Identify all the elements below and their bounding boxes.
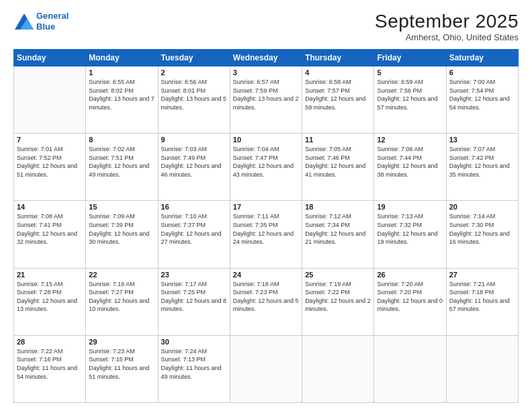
sunset-text: Sunset: 7:44 PM bbox=[377, 154, 422, 161]
month-title: September 2025 bbox=[375, 11, 519, 32]
daylight-text: Daylight: 12 hours and 57 minutes. bbox=[377, 95, 437, 111]
day-number: 6 bbox=[449, 68, 515, 77]
sunrise-text: Sunrise: 7:15 AM bbox=[17, 281, 63, 287]
day-cell-2-2: 16Sunrise: 7:10 AMSunset: 7:37 PMDayligh… bbox=[158, 201, 230, 268]
daylight-text: Daylight: 12 hours and 54 minutes. bbox=[449, 95, 510, 111]
daylight-text: Daylight: 13 hours and 5 minutes. bbox=[161, 95, 227, 111]
sunset-text: Sunset: 7:22 PM bbox=[305, 289, 350, 295]
day-number: 5 bbox=[377, 68, 443, 77]
sunrise-text: Sunrise: 7:18 AM bbox=[233, 281, 279, 287]
daylight-text: Daylight: 12 hours and 41 minutes. bbox=[305, 163, 365, 178]
day-cell-1-4: 11Sunrise: 7:05 AMSunset: 7:46 PMDayligh… bbox=[302, 134, 374, 201]
sunrise-text: Sunrise: 7:03 AM bbox=[161, 146, 208, 152]
day-info: Sunrise: 6:59 AMSunset: 7:56 PMDaylight:… bbox=[377, 78, 443, 111]
sunset-text: Sunset: 7:46 PM bbox=[305, 154, 350, 161]
day-number: 2 bbox=[161, 68, 227, 77]
day-number: 4 bbox=[305, 68, 371, 77]
col-saturday: Saturday bbox=[446, 50, 518, 66]
day-cell-0-6: 6Sunrise: 7:00 AMSunset: 7:54 PMDaylight… bbox=[446, 66, 518, 134]
day-info: Sunrise: 7:10 AMSunset: 7:37 PMDaylight:… bbox=[161, 212, 227, 246]
sunset-text: Sunset: 7:57 PM bbox=[305, 87, 350, 94]
sunset-text: Sunset: 7:16 PM bbox=[17, 356, 62, 363]
sunrise-text: Sunrise: 7:00 AM bbox=[449, 79, 496, 85]
col-tuesday: Tuesday bbox=[158, 50, 230, 66]
day-number: 3 bbox=[233, 68, 299, 77]
day-info: Sunrise: 7:15 AMSunset: 7:28 PMDaylight:… bbox=[17, 280, 83, 314]
day-info: Sunrise: 7:04 AMSunset: 7:47 PMDaylight:… bbox=[233, 145, 299, 179]
sunset-text: Sunset: 7:30 PM bbox=[449, 222, 494, 228]
day-info: Sunrise: 7:18 AMSunset: 7:23 PMDaylight:… bbox=[233, 280, 299, 314]
sunset-text: Sunset: 7:51 PM bbox=[89, 154, 134, 161]
logo-line2: Blue bbox=[36, 21, 55, 32]
daylight-text: Daylight: 12 hours and 49 minutes. bbox=[89, 163, 149, 178]
sunrise-text: Sunrise: 7:16 AM bbox=[89, 281, 135, 287]
sunrise-text: Sunrise: 6:56 AM bbox=[161, 79, 208, 85]
sunrise-text: Sunrise: 7:20 AM bbox=[377, 281, 423, 287]
day-info: Sunrise: 7:20 AMSunset: 7:20 PMDaylight:… bbox=[377, 280, 443, 314]
sunrise-text: Sunrise: 7:10 AM bbox=[161, 213, 208, 220]
day-info: Sunrise: 7:06 AMSunset: 7:44 PMDaylight:… bbox=[377, 145, 443, 179]
location: Amherst, Ohio, United States bbox=[375, 32, 519, 42]
day-info: Sunrise: 7:08 AMSunset: 7:41 PMDaylight:… bbox=[17, 212, 83, 246]
day-number: 8 bbox=[89, 136, 154, 144]
day-number: 14 bbox=[17, 203, 83, 211]
daylight-text: Daylight: 11 hours and 57 minutes. bbox=[449, 298, 510, 313]
daylight-text: Daylight: 12 hours and 19 minutes. bbox=[377, 230, 437, 246]
sunset-text: Sunset: 7:49 PM bbox=[161, 154, 206, 161]
day-info: Sunrise: 7:17 AMSunset: 7:25 PMDaylight:… bbox=[161, 280, 227, 314]
day-cell-2-4: 18Sunrise: 7:12 AMSunset: 7:34 PMDayligh… bbox=[302, 201, 374, 268]
sunrise-text: Sunrise: 7:21 AM bbox=[449, 281, 496, 287]
daylight-text: Daylight: 12 hours and 24 minutes. bbox=[233, 230, 294, 246]
sunset-text: Sunset: 7:56 PM bbox=[377, 87, 422, 94]
daylight-text: Daylight: 12 hours and 16 minutes. bbox=[449, 230, 510, 246]
sunrise-text: Sunrise: 7:01 AM bbox=[17, 146, 63, 152]
day-cell-1-0: 7Sunrise: 7:01 AMSunset: 7:52 PMDaylight… bbox=[14, 134, 86, 201]
day-info: Sunrise: 7:09 AMSunset: 7:39 PMDaylight:… bbox=[89, 212, 154, 246]
sunrise-text: Sunrise: 7:04 AM bbox=[233, 146, 279, 152]
sunset-text: Sunset: 8:01 PM bbox=[161, 87, 206, 94]
day-cell-0-0 bbox=[14, 66, 86, 134]
day-cell-2-3: 17Sunrise: 7:11 AMSunset: 7:35 PMDayligh… bbox=[230, 201, 302, 268]
day-cell-4-3 bbox=[230, 335, 302, 402]
sunrise-text: Sunrise: 7:22 AM bbox=[17, 348, 63, 355]
day-number: 24 bbox=[233, 271, 299, 279]
day-number: 11 bbox=[305, 136, 371, 144]
sunset-text: Sunset: 7:18 PM bbox=[449, 289, 494, 295]
calendar-body: 1Sunrise: 6:55 AMSunset: 8:02 PMDaylight… bbox=[14, 66, 519, 403]
day-number: 19 bbox=[377, 203, 443, 211]
day-cell-4-6 bbox=[446, 335, 518, 402]
day-cell-3-0: 21Sunrise: 7:15 AMSunset: 7:28 PMDayligh… bbox=[14, 268, 86, 335]
daylight-text: Daylight: 11 hours and 51 minutes. bbox=[89, 365, 149, 380]
day-cell-3-2: 23Sunrise: 7:17 AMSunset: 7:25 PMDayligh… bbox=[158, 268, 230, 335]
sunrise-text: Sunrise: 7:17 AM bbox=[161, 281, 208, 287]
sunset-text: Sunset: 7:59 PM bbox=[233, 87, 278, 94]
week-row-4: 28Sunrise: 7:22 AMSunset: 7:16 PMDayligh… bbox=[14, 335, 519, 402]
day-number: 16 bbox=[161, 203, 227, 211]
day-cell-1-2: 9Sunrise: 7:03 AMSunset: 7:49 PMDaylight… bbox=[158, 134, 230, 201]
day-cell-1-5: 12Sunrise: 7:06 AMSunset: 7:44 PMDayligh… bbox=[374, 134, 446, 201]
daylight-text: Daylight: 11 hours and 54 minutes. bbox=[17, 365, 77, 380]
day-number: 9 bbox=[161, 136, 227, 144]
daylight-text: Daylight: 12 hours and 35 minutes. bbox=[449, 163, 510, 178]
day-number: 22 bbox=[89, 271, 154, 279]
day-number: 13 bbox=[449, 136, 515, 144]
day-number: 27 bbox=[449, 271, 515, 279]
sunset-text: Sunset: 7:15 PM bbox=[89, 356, 134, 363]
sunrise-text: Sunrise: 7:02 AM bbox=[89, 146, 135, 152]
daylight-text: Daylight: 12 hours and 10 minutes. bbox=[89, 298, 149, 313]
sunrise-text: Sunrise: 6:58 AM bbox=[305, 79, 351, 85]
day-number: 26 bbox=[377, 271, 443, 279]
sunset-text: Sunset: 7:34 PM bbox=[305, 222, 350, 228]
sunset-text: Sunset: 7:25 PM bbox=[161, 289, 206, 295]
day-number: 30 bbox=[161, 338, 227, 346]
col-monday: Monday bbox=[86, 50, 158, 66]
day-cell-2-0: 14Sunrise: 7:08 AMSunset: 7:41 PMDayligh… bbox=[14, 201, 86, 268]
day-cell-1-3: 10Sunrise: 7:04 AMSunset: 7:47 PMDayligh… bbox=[230, 134, 302, 201]
day-number: 7 bbox=[17, 136, 83, 144]
sunrise-text: Sunrise: 7:23 AM bbox=[89, 348, 135, 355]
day-cell-1-1: 8Sunrise: 7:02 AMSunset: 7:51 PMDaylight… bbox=[86, 134, 158, 201]
col-friday: Friday bbox=[374, 50, 446, 66]
day-cell-0-1: 1Sunrise: 6:55 AMSunset: 8:02 PMDaylight… bbox=[86, 66, 158, 134]
day-info: Sunrise: 7:00 AMSunset: 7:54 PMDaylight:… bbox=[449, 78, 515, 111]
day-info: Sunrise: 7:23 AMSunset: 7:15 PMDaylight:… bbox=[89, 347, 154, 381]
